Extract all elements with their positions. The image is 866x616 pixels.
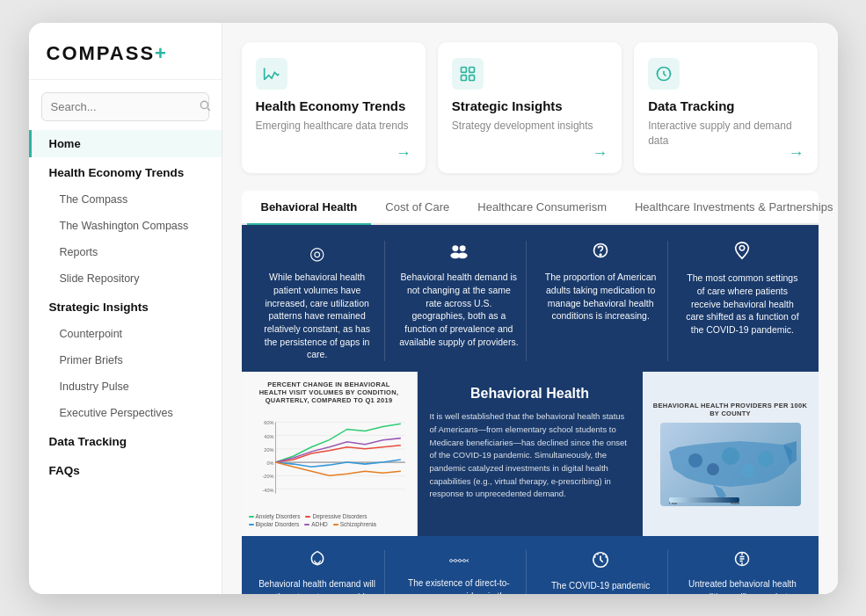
- svg-point-43: [467, 560, 469, 562]
- svg-point-31: [688, 453, 702, 467]
- card-icon-data: [648, 58, 680, 90]
- logo-plus: +: [155, 42, 168, 64]
- legend-item-0: Anxiety Disorders: [249, 513, 301, 519]
- feature-cards: Health Economy Trends Emerging healthcar…: [242, 42, 819, 174]
- info-center-title: Behavioral Health: [430, 386, 630, 402]
- chart-svg: 60% 40% 20% 0% -20% -40%: [249, 409, 410, 506]
- card-desc-data: Interactive supply and demand data: [648, 119, 804, 149]
- map-visualization: Low High: [660, 423, 801, 506]
- map-title: BEHAVIORAL HEALTH PROVIDERS PER 100K BY …: [650, 402, 811, 417]
- svg-text:Low: Low: [669, 501, 678, 504]
- bottom-icon-1: [399, 550, 519, 573]
- sidebar-item-the-washington-compass[interactable]: The Washington Compass: [29, 213, 222, 239]
- card-arrow-health: →: [396, 144, 411, 163]
- card-icon-health: [256, 58, 287, 90]
- top-icon-0: ◎: [258, 241, 377, 265]
- tab-healthcare-investments[interactable]: Healthcare Investments & Partnerships: [621, 191, 838, 225]
- svg-point-42: [462, 560, 465, 562]
- nav-section: Home Health Economy Trends The Compass T…: [29, 130, 222, 489]
- bottom-text-1: The existence of direct-to-consumer prov…: [400, 578, 519, 593]
- card-title-health: Health Economy Trends: [256, 98, 411, 113]
- svg-rect-36: [669, 497, 739, 503]
- bottom-icon-0: [258, 550, 377, 574]
- tab-healthcare-consumerism[interactable]: Healthcare Consumerism: [463, 191, 621, 225]
- svg-point-15: [600, 254, 601, 256]
- card-data-tracking[interactable]: Data Tracking Interactive supply and dem…: [634, 42, 818, 174]
- sidebar: COMPASS+ Home Health Economy Trends The …: [29, 23, 222, 594]
- info-bottom-item-3: Untreated behavioral health conditions w…: [675, 550, 809, 593]
- svg-point-10: [452, 245, 458, 251]
- info-top-item-3: The most common settings of care where p…: [675, 241, 809, 361]
- info-bottom-item-2: The COVID-19 pandemic exacerbated the be…: [534, 550, 668, 593]
- info-top-item-1: Behavioral health demand is not changing…: [392, 241, 527, 361]
- tab-cost-of-care[interactable]: Cost of Care: [371, 191, 463, 225]
- card-health-economy-trends[interactable]: Health Economy Trends Emerging healthcar…: [242, 42, 426, 174]
- card-strategic-insights[interactable]: Strategic Insights Strategy development …: [438, 42, 622, 174]
- svg-point-16: [740, 246, 746, 251]
- card-title-strategic: Strategic Insights: [452, 98, 608, 113]
- search-box[interactable]: [41, 92, 209, 121]
- infographic-panel: ◎ While behavioral health patient volume…: [242, 225, 819, 593]
- sidebar-item-primer-briefs[interactable]: Primer Briefs: [29, 347, 222, 373]
- svg-rect-5: [461, 75, 466, 80]
- top-icon-3: [682, 241, 802, 266]
- chart-title: PERCENT CHANGE IN BEHAVIORALHEALTH VISIT…: [249, 380, 410, 404]
- bottom-text-2: The COVID-19 pandemic exacerbated the be…: [543, 581, 658, 593]
- info-map-area: BEHAVIORAL HEALTH PROVIDERS PER 100K BY …: [643, 372, 819, 536]
- card-icon-strategic: [452, 58, 484, 90]
- sidebar-item-faqs[interactable]: FAQs: [29, 455, 222, 484]
- svg-text:-20%: -20%: [262, 474, 273, 479]
- main-content: Health Economy Trends Emerging healthcar…: [222, 23, 838, 594]
- sidebar-item-health-economy-trends[interactable]: Health Economy Trends: [29, 157, 222, 186]
- sidebar-item-executive-perspectives[interactable]: Executive Perspectives: [29, 400, 222, 426]
- sidebar-item-slide-repository[interactable]: Slide Repository: [29, 265, 222, 292]
- legend-item-3: ADHD: [304, 521, 327, 527]
- info-chart-area: PERCENT CHANGE IN BEHAVIORALHEALTH VISIT…: [242, 372, 418, 536]
- top-icon-2: [541, 241, 660, 265]
- svg-text:High: High: [731, 501, 740, 504]
- logo-text: COMPASS+: [47, 42, 168, 64]
- search-icon: [199, 99, 211, 114]
- top-text-3: The most common settings of care where p…: [686, 272, 798, 335]
- info-center-body: It is well established that the behavior…: [430, 410, 630, 501]
- svg-text:0%: 0%: [266, 460, 273, 466]
- svg-point-35: [741, 464, 755, 478]
- svg-text:20%: 20%: [264, 447, 273, 453]
- logo-brand: COMPASS: [47, 42, 156, 64]
- bottom-text-3: Untreated behavioral health conditions w…: [688, 579, 797, 593]
- svg-point-0: [200, 101, 207, 108]
- search-input[interactable]: [51, 100, 199, 113]
- sidebar-item-the-compass[interactable]: The Compass: [29, 186, 222, 213]
- svg-point-32: [722, 447, 739, 465]
- svg-point-39: [449, 560, 452, 562]
- card-arrow-strategic: →: [592, 144, 608, 163]
- card-arrow-data: →: [788, 144, 804, 163]
- info-top-item-0: ◎ While behavioral health patient volume…: [251, 241, 385, 361]
- top-icon-1: [399, 241, 519, 265]
- sidebar-item-counterpoint[interactable]: Counterpoint: [29, 321, 222, 347]
- app-window: COMPASS+ Home Health Economy Trends The …: [29, 23, 838, 594]
- card-title-data: Data Tracking: [648, 98, 804, 113]
- svg-point-33: [758, 451, 774, 467]
- info-bottom-item-0: Behavioral health demand will continue t…: [251, 550, 385, 593]
- bottom-icon-3: [682, 550, 802, 574]
- svg-point-11: [460, 245, 466, 251]
- sidebar-item-data-tracking[interactable]: Data Tracking: [29, 426, 222, 455]
- svg-rect-3: [461, 67, 466, 72]
- top-text-1: Behavioral health demand is not changing…: [399, 272, 518, 346]
- svg-point-40: [454, 560, 456, 562]
- sidebar-item-reports[interactable]: Reports: [29, 239, 222, 265]
- svg-text:60%: 60%: [264, 420, 273, 425]
- us-map-svg: Low High: [660, 425, 801, 504]
- svg-rect-4: [469, 67, 474, 72]
- card-desc-strategic: Strategy development insights: [452, 119, 608, 134]
- info-middle-row: PERCENT CHANGE IN BEHAVIORALHEALTH VISIT…: [242, 372, 819, 536]
- tabs-bar: Behavioral Health Cost of Care Healthcar…: [242, 191, 819, 225]
- info-bottom-row: Behavioral health demand will continue t…: [242, 536, 819, 593]
- tab-behavioral-health[interactable]: Behavioral Health: [247, 191, 372, 225]
- sidebar-item-home[interactable]: Home: [29, 130, 222, 157]
- sidebar-item-strategic-insights[interactable]: Strategic Insights: [29, 292, 222, 321]
- sidebar-item-industry-pulse[interactable]: Industry Pulse: [29, 373, 222, 400]
- legend-item-4: Schizophrenia: [333, 521, 376, 527]
- info-top-item-2: The proportion of American adults taking…: [534, 241, 668, 361]
